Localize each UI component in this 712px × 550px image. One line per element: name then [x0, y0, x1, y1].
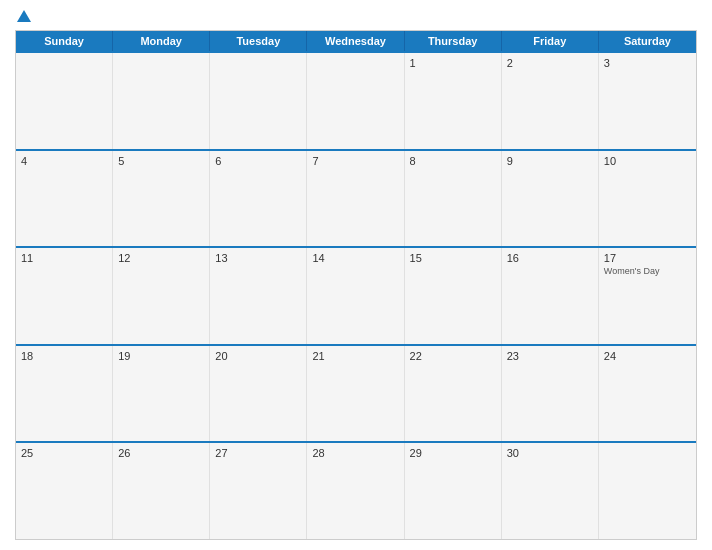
day-number: 2 [507, 57, 593, 69]
logo-triangle-icon [17, 10, 31, 22]
cal-cell: 12 [113, 248, 210, 344]
cal-cell: 2 [502, 53, 599, 149]
day-number: 6 [215, 155, 301, 167]
day-number: 4 [21, 155, 107, 167]
day-number: 16 [507, 252, 593, 264]
cal-cell: 14 [307, 248, 404, 344]
cal-cell: 17Women's Day [599, 248, 696, 344]
day-of-week-sunday: Sunday [16, 31, 113, 51]
day-number: 23 [507, 350, 593, 362]
day-number: 28 [312, 447, 398, 459]
day-number: 3 [604, 57, 691, 69]
cal-cell [599, 443, 696, 539]
week-row-4: 18192021222324 [16, 344, 696, 442]
day-of-week-saturday: Saturday [599, 31, 696, 51]
day-number: 24 [604, 350, 691, 362]
day-number: 1 [410, 57, 496, 69]
cal-cell: 29 [405, 443, 502, 539]
day-number: 8 [410, 155, 496, 167]
day-number: 15 [410, 252, 496, 264]
day-number: 14 [312, 252, 398, 264]
day-of-week-thursday: Thursday [405, 31, 502, 51]
day-of-week-monday: Monday [113, 31, 210, 51]
cal-cell: 22 [405, 346, 502, 442]
day-number: 26 [118, 447, 204, 459]
cal-cell [16, 53, 113, 149]
cal-cell: 4 [16, 151, 113, 247]
cal-cell: 23 [502, 346, 599, 442]
day-number: 29 [410, 447, 496, 459]
cal-cell: 24 [599, 346, 696, 442]
cal-cell: 6 [210, 151, 307, 247]
day-number: 30 [507, 447, 593, 459]
day-number: 9 [507, 155, 593, 167]
day-number: 17 [604, 252, 691, 264]
cal-cell: 7 [307, 151, 404, 247]
cal-cell: 3 [599, 53, 696, 149]
cal-cell: 25 [16, 443, 113, 539]
cal-cell: 9 [502, 151, 599, 247]
day-number: 25 [21, 447, 107, 459]
week-row-2: 45678910 [16, 149, 696, 247]
cal-cell: 5 [113, 151, 210, 247]
day-number: 7 [312, 155, 398, 167]
day-number: 19 [118, 350, 204, 362]
calendar: SundayMondayTuesdayWednesdayThursdayFrid… [15, 30, 697, 540]
cal-cell [307, 53, 404, 149]
logo [15, 10, 33, 22]
cal-cell: 16 [502, 248, 599, 344]
day-number: 20 [215, 350, 301, 362]
week-row-3: 11121314151617Women's Day [16, 246, 696, 344]
day-of-week-friday: Friday [502, 31, 599, 51]
holiday-label: Women's Day [604, 266, 691, 276]
header [15, 10, 697, 22]
calendar-header: SundayMondayTuesdayWednesdayThursdayFrid… [16, 31, 696, 51]
day-number: 21 [312, 350, 398, 362]
cal-cell: 26 [113, 443, 210, 539]
cal-cell: 11 [16, 248, 113, 344]
cal-cell [113, 53, 210, 149]
week-row-5: 252627282930 [16, 441, 696, 539]
cal-cell: 21 [307, 346, 404, 442]
calendar-body: 1234567891011121314151617Women's Day1819… [16, 51, 696, 539]
cal-cell [210, 53, 307, 149]
day-number: 13 [215, 252, 301, 264]
cal-cell: 13 [210, 248, 307, 344]
day-number: 18 [21, 350, 107, 362]
day-number: 10 [604, 155, 691, 167]
cal-cell: 8 [405, 151, 502, 247]
cal-cell: 27 [210, 443, 307, 539]
day-number: 12 [118, 252, 204, 264]
week-row-1: 123 [16, 51, 696, 149]
day-of-week-wednesday: Wednesday [307, 31, 404, 51]
day-of-week-tuesday: Tuesday [210, 31, 307, 51]
cal-cell: 20 [210, 346, 307, 442]
cal-cell: 1 [405, 53, 502, 149]
page: SundayMondayTuesdayWednesdayThursdayFrid… [0, 0, 712, 550]
cal-cell: 18 [16, 346, 113, 442]
cal-cell: 10 [599, 151, 696, 247]
day-number: 27 [215, 447, 301, 459]
day-number: 11 [21, 252, 107, 264]
day-number: 5 [118, 155, 204, 167]
cal-cell: 15 [405, 248, 502, 344]
cal-cell: 30 [502, 443, 599, 539]
cal-cell: 28 [307, 443, 404, 539]
cal-cell: 19 [113, 346, 210, 442]
day-number: 22 [410, 350, 496, 362]
